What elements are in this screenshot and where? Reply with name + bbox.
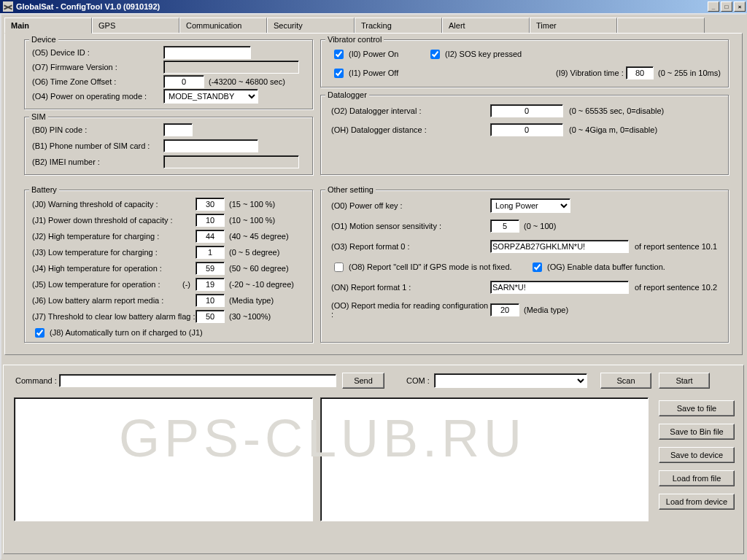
o3-hint: of report sentence 10.1 — [635, 242, 717, 251]
oh-hint: (0 ~ 4Giga m, 0=disable) — [569, 125, 657, 134]
oh-input[interactable] — [490, 123, 563, 136]
command-input[interactable] — [59, 374, 336, 387]
oo-input[interactable] — [490, 303, 519, 316]
i1-checkbox[interactable] — [334, 69, 344, 78]
o1-hint: (0 ~ 100) — [524, 222, 556, 230]
bottom-panel: Command : Send COM : Scan Start Save to … — [3, 365, 744, 554]
group-sim: SIM (B0) PIN code : (B1) Phone number of… — [24, 117, 313, 175]
imei-label: (B2) IMEI number : — [32, 158, 163, 166]
group-vibrator-legend: Vibrator control — [325, 35, 384, 44]
minimize-button[interactable]: _ — [708, 1, 719, 12]
group-other-legend: Other setting — [325, 185, 376, 194]
tab-alert[interactable]: Alert — [442, 18, 530, 33]
j2-label: (J2) High temperature for charging : — [32, 232, 196, 241]
j3-label: (J3) Low temperature for charging : — [32, 248, 196, 257]
j5-label: (J5) Low temperature for operation : — [32, 280, 182, 289]
j2-input[interactable] — [196, 230, 225, 243]
og-label: (OG) Enable data buffer function. — [547, 262, 665, 271]
command-label: Command : — [15, 376, 59, 385]
o2-label: (O2) Datalogger interval : — [331, 106, 490, 115]
send-button[interactable]: Send — [342, 373, 384, 389]
og-checkbox[interactable] — [533, 262, 542, 272]
com-label: COM : — [406, 376, 434, 385]
j1-label: (J1) Power down threshold of capacity : — [32, 216, 196, 225]
j6-label: (J6) Low battery alarm report media : — [32, 296, 196, 305]
j1-hint: (10 ~ 100 %) — [229, 216, 275, 225]
group-other: Other setting (O0) Power off key : Long … — [320, 190, 729, 343]
group-device: Device (O5) Device ID : (O7) Firmware Ve… — [24, 39, 313, 109]
j0-label: (J0) Warning threshold of capacity : — [32, 200, 196, 209]
tab-tracking[interactable]: Tracking — [355, 18, 442, 33]
save-to-device-button[interactable]: Save to device — [659, 447, 735, 463]
tab-security[interactable]: Security — [267, 18, 355, 33]
group-battery-legend: Battery — [29, 185, 59, 194]
j0-hint: (15 ~ 100 %) — [229, 200, 275, 209]
i2-checkbox[interactable] — [430, 50, 440, 59]
o0-label: (O0) Power off key : — [331, 201, 490, 210]
timezone-offset-hint: (-43200 ~ 46800 sec) — [209, 77, 285, 86]
device-id-label: (O5) Device ID : — [32, 48, 163, 57]
o3-label: (O3) Report format 0 : — [331, 242, 490, 251]
com-select[interactable] — [434, 373, 587, 388]
j8-checkbox[interactable] — [35, 328, 44, 338]
load-from-device-button[interactable]: Load from device — [659, 494, 735, 510]
j6-hint: (Media type) — [229, 296, 274, 305]
j1-input[interactable] — [196, 214, 225, 227]
firmware-version-label: (O7) Firmware Version : — [32, 63, 163, 71]
tab-gps[interactable]: GPS — [92, 18, 179, 33]
load-from-file-button[interactable]: Load from file — [659, 470, 735, 486]
j7-hint: (30 ~100%) — [229, 312, 271, 321]
tab-timer[interactable]: Timer — [530, 18, 617, 33]
title-bar: GlobalSat - ConfigTool V1.0 (0910192) _ … — [0, 0, 747, 13]
power-on-mode-label: (O4) Power on operating mode : — [32, 92, 163, 101]
i1-label: (I1) Power Off — [349, 69, 398, 77]
pin-code-input[interactable] — [163, 123, 193, 136]
tab-communication[interactable]: Communication — [179, 18, 267, 33]
imei-value — [163, 155, 299, 168]
oh-label: (OH) Datalogger distance : — [331, 125, 490, 134]
j5-negative-sign: (-) — [182, 280, 196, 289]
o8-checkbox[interactable] — [334, 262, 344, 272]
log-left[interactable] — [14, 397, 313, 521]
o2-input[interactable] — [490, 104, 563, 117]
o0-select[interactable]: Long Power — [490, 198, 570, 213]
app-icon — [3, 1, 13, 12]
i9-label: (I9) Vibration time : — [556, 69, 626, 77]
group-sim-legend: SIM — [29, 112, 48, 121]
save-to-bin-file-button[interactable]: Save to Bin file — [659, 424, 735, 440]
o3-input[interactable] — [490, 240, 629, 253]
close-button[interactable]: × — [734, 1, 746, 12]
tab-spare — [617, 18, 705, 33]
i9-hint: (0 ~ 255 in 10ms) — [658, 69, 721, 77]
j5-input[interactable] — [196, 278, 225, 291]
device-id-input[interactable] — [163, 46, 251, 59]
log-right[interactable] — [320, 397, 649, 521]
j8-label: (J8) Automatically turn on if charged to… — [50, 328, 203, 337]
power-on-mode-select[interactable]: MODE_STANDBY — [163, 89, 258, 104]
i9-input[interactable] — [626, 66, 654, 79]
j3-input[interactable] — [196, 246, 225, 259]
tab-page-main: Device (O5) Device ID : (O7) Firmware Ve… — [4, 33, 743, 355]
o1-input[interactable] — [490, 219, 519, 233]
start-button[interactable]: Start — [659, 373, 710, 389]
group-device-legend: Device — [29, 35, 58, 44]
j5-hint: (-20 ~ -10 degree) — [229, 280, 294, 289]
j4-hint: (50 ~ 60 degree) — [229, 264, 289, 273]
j6-input[interactable] — [196, 294, 225, 307]
scan-button[interactable]: Scan — [600, 373, 651, 389]
on-hint: of report sentence 10.2 — [635, 283, 717, 292]
on-input[interactable] — [490, 281, 629, 294]
j4-input[interactable] — [196, 262, 225, 275]
tab-main[interactable]: Main — [4, 18, 92, 34]
timezone-offset-input[interactable] — [163, 75, 204, 88]
window-title: GlobalSat - ConfigTool V1.0 (0910192) — [16, 2, 160, 11]
j7-input[interactable] — [196, 310, 225, 323]
oo-hint: (Media type) — [524, 306, 568, 314]
i0-label: (I0) Power On — [349, 50, 398, 58]
maximize-button[interactable]: □ — [721, 1, 732, 12]
j0-input[interactable] — [196, 198, 225, 211]
save-to-file-button[interactable]: Save to file — [659, 400, 735, 416]
sim-phone-input[interactable] — [163, 139, 258, 152]
o2-hint: (0 ~ 65535 sec, 0=disable) — [569, 106, 664, 115]
i0-checkbox[interactable] — [334, 50, 344, 59]
